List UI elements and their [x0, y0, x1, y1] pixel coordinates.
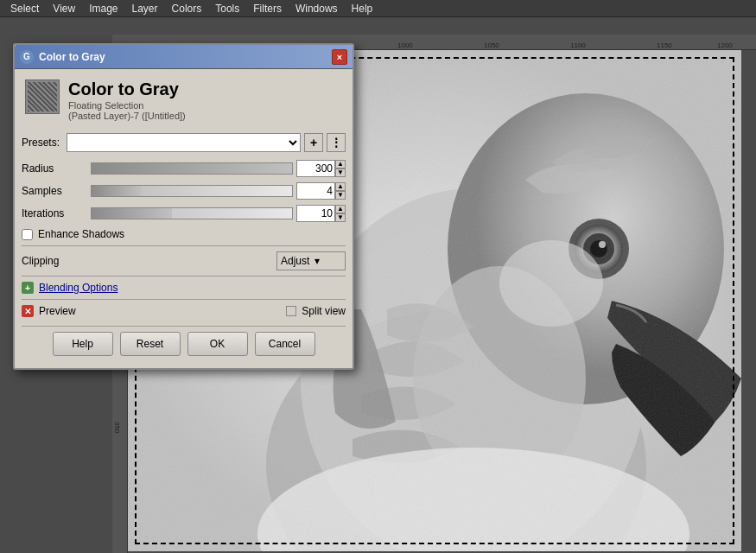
dialog-header-info: Color to Gray Floating Selection (Pasted… [68, 79, 186, 121]
presets-add-button[interactable]: + [304, 133, 323, 152]
presets-manage-button[interactable]: ⋮ [327, 133, 346, 152]
iterations-down[interactable]: ▼ [335, 213, 346, 222]
samples-label: Samples [22, 185, 91, 197]
samples-slider[interactable] [91, 185, 293, 197]
radius-label: Radius [22, 162, 91, 175]
presets-row: Presets: + ⋮ [22, 133, 346, 152]
iterations-label: Iterations [22, 207, 91, 219]
split-view-checkbox[interactable] [286, 306, 296, 316]
clipping-chevron-icon: ▾ [314, 255, 320, 267]
dialog-header: Color to Gray Floating Selection (Pasted… [22, 76, 346, 124]
radius-down[interactable]: ▼ [335, 168, 346, 177]
radius-up[interactable]: ▲ [335, 160, 346, 168]
dialog-title-icon: G [20, 50, 34, 64]
samples-down[interactable]: ▼ [335, 191, 346, 200]
color-to-gray-dialog: G Color to Gray × Color to Gray Floating… [13, 43, 354, 370]
cancel-button[interactable]: Cancel [255, 332, 315, 356]
menu-image[interactable]: Image [82, 1, 124, 16]
dialog-body: Color to Gray Floating Selection (Pasted… [15, 69, 353, 368]
split-view-row: Split view [286, 305, 346, 317]
preview-row: ✕ Preview Split view [22, 305, 346, 317]
divider-2 [22, 276, 346, 276]
divider-1 [22, 245, 346, 246]
clipping-dropdown[interactable]: Adjust ▾ [276, 251, 346, 270]
menubar: Select View Image Layer Colors Tools Fil… [0, 0, 756, 17]
radius-slider[interactable] [91, 162, 293, 175]
iterations-value[interactable]: 10 [296, 205, 335, 222]
blending-options-row[interactable]: + Blending Options [22, 282, 346, 294]
iterations-fill [92, 208, 172, 219]
samples-fill [92, 186, 142, 196]
split-view-label: Split view [302, 305, 346, 317]
buttons-row: Help Reset OK Cancel [22, 326, 346, 361]
dialog-header-icon [25, 79, 60, 114]
menu-select[interactable]: Select [3, 1, 46, 16]
radius-value[interactable]: 300 [296, 160, 335, 177]
divider-3 [22, 299, 346, 300]
radius-spinner: ▲ ▼ [335, 160, 346, 177]
iterations-row: Iterations 10 ▲ ▼ [22, 204, 346, 223]
preview-left: ✕ Preview [22, 305, 76, 317]
enhance-shadows-row: Enhance Shadows [22, 228, 346, 240]
samples-row: Samples 4 ▲ ▼ [22, 181, 346, 200]
help-button[interactable]: Help [53, 332, 113, 356]
dialog-close-button[interactable]: × [332, 49, 347, 65]
blending-options-link[interactable]: Blending Options [39, 282, 118, 294]
clipping-value: Adjust [281, 255, 309, 267]
menu-colors[interactable]: Colors [165, 1, 209, 16]
menu-view[interactable]: View [46, 1, 82, 16]
reset-button[interactable]: Reset [120, 332, 181, 356]
enhance-shadows-label: Enhance Shadows [38, 228, 124, 240]
iterations-slider[interactable] [91, 207, 293, 219]
menu-filters[interactable]: Filters [246, 1, 289, 16]
menu-tools[interactable]: Tools [208, 1, 246, 16]
enhance-shadows-checkbox[interactable] [22, 229, 33, 240]
preview-label: Preview [39, 305, 76, 317]
menu-help[interactable]: Help [345, 1, 380, 16]
radius-row: Radius 300 ▲ ▼ [22, 159, 346, 178]
dialog-titlebar: G Color to Gray × [15, 45, 353, 69]
menu-windows[interactable]: Windows [289, 1, 345, 16]
blending-expand-icon: + [22, 282, 34, 294]
samples-value[interactable]: 4 [296, 182, 335, 200]
presets-select[interactable] [67, 133, 301, 152]
preview-x-icon: ✕ [22, 305, 34, 317]
dialog-main-title: Color to Gray [68, 79, 186, 99]
dialog-subtitle: Floating Selection [68, 100, 186, 111]
samples-up[interactable]: ▲ [335, 182, 346, 191]
iterations-up[interactable]: ▲ [335, 205, 346, 213]
iterations-spinner: ▲ ▼ [335, 205, 346, 222]
menu-layer[interactable]: Layer [125, 1, 165, 16]
clipping-row: Clipping Adjust ▾ [22, 251, 346, 270]
presets-label: Presets: [22, 137, 63, 149]
radius-fill [92, 163, 292, 174]
ok-button[interactable]: OK [187, 332, 248, 356]
dialog-layer-info: (Pasted Layer)-7 ([Untitled]) [68, 111, 186, 121]
samples-spinner: ▲ ▼ [335, 182, 346, 200]
dialog-title-text: Color to Gray [39, 51, 332, 63]
clipping-label: Clipping [22, 255, 59, 267]
